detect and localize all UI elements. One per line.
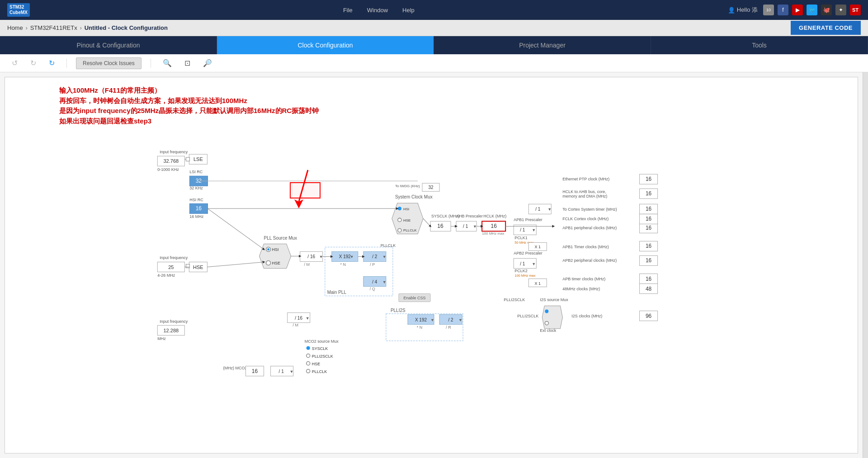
svg-text:Input frequency: Input frequency (160, 255, 188, 260)
svg-text:PLLCLK: PLLCLK (403, 228, 417, 232)
svg-text:▼: ▼ (382, 255, 387, 259)
svg-text:SYSCLK (MHz): SYSCLK (MHz) (431, 214, 460, 218)
svg-text:PCLK1: PCLK1 (514, 236, 528, 240)
svg-text:/ Q: / Q (370, 287, 375, 291)
svg-text:MCO2 source Mux: MCO2 source Mux (305, 339, 339, 344)
toolbar-separator (66, 59, 67, 68)
svg-marker-130 (542, 306, 562, 329)
svg-text:LSI RC: LSI RC (189, 170, 203, 174)
svg-text:X 192: X 192 (415, 317, 427, 322)
svg-text:HSI: HSI (403, 207, 409, 211)
svg-text:To IWDG (KHz): To IWDG (KHz) (395, 184, 420, 188)
svg-text:APB2 peripheral clocks (MHz): APB2 peripheral clocks (MHz) (562, 258, 617, 263)
svg-text:I2S clocks (MHz): I2S clocks (MHz) (571, 314, 602, 318)
svg-text:HCLK to AHB bus, core,: HCLK to AHB bus, core, (562, 189, 606, 194)
svg-text:X 1: X 1 (535, 245, 541, 249)
nav-window[interactable]: Window (367, 7, 388, 14)
svg-text:LSE: LSE (193, 156, 203, 162)
top-nav: File Window Help (48, 7, 710, 14)
icon-facebook[interactable]: f (778, 5, 788, 15)
breadcrumb-current[interactable]: Untitled - Clock Configuration (85, 24, 168, 31)
svg-text:/ R: / R (446, 325, 451, 330)
svg-point-132 (545, 321, 548, 325)
svg-text:* N: * N (340, 262, 346, 267)
svg-text:APB timer clocks (MHz): APB timer clocks (MHz) (562, 277, 605, 281)
fit-button[interactable]: ⊡ (182, 57, 193, 69)
svg-text:16: 16 (646, 190, 652, 197)
svg-text:APB2 Prescaler: APB2 Prescaler (514, 251, 542, 255)
user-icon: 👤 (728, 7, 735, 14)
svg-text:HSE: HSE (193, 264, 203, 270)
svg-text:Main PLL: Main PLL (327, 290, 347, 295)
tab-clock[interactable]: Clock Configuration (217, 36, 434, 54)
icon-10[interactable]: 10 (763, 5, 774, 15)
svg-text:APB1 Prescaler: APB1 Prescaler (514, 217, 542, 222)
svg-text:SYSCLK: SYSCLK (312, 346, 328, 351)
svg-text:/ M: / M (292, 323, 298, 327)
svg-rect-2 (146, 77, 717, 453)
svg-text:APB1 peripheral clocks (MHz): APB1 peripheral clocks (MHz) (562, 226, 617, 230)
svg-text:48: 48 (646, 286, 652, 292)
svg-point-160 (307, 369, 310, 373)
tab-tools[interactable]: Tools (651, 36, 868, 54)
logo-box: STM32 CubeMX (7, 3, 30, 17)
generate-code-button[interactable]: GENERATE CODE (791, 21, 861, 35)
logo[interactable]: STM32 CubeMX (7, 3, 30, 17)
svg-text:/ 4: / 4 (372, 279, 377, 284)
breadcrumb-home[interactable]: Home (7, 24, 23, 31)
scrollbar[interactable] (863, 72, 868, 458)
svg-text:32.768: 32.768 (163, 158, 179, 164)
svg-text:HSE: HSE (312, 362, 321, 366)
svg-text:/ P: / P (370, 262, 375, 267)
svg-text:16: 16 (646, 257, 652, 264)
svg-text:/ 1: / 1 (535, 207, 541, 212)
svg-text:▼: ▼ (306, 316, 310, 321)
svg-text:▼: ▼ (382, 280, 387, 284)
svg-text:100 MHz max: 100 MHz max (482, 231, 504, 236)
clock-diagram-svg: Input frequency 32.768 0-1000 KHz LSE LS… (5, 77, 858, 453)
svg-text:/ M: / M (304, 262, 310, 267)
icon-github[interactable]: 🐙 (821, 5, 832, 15)
svg-text:memory and DMA (MHz): memory and DMA (MHz) (562, 194, 607, 198)
svg-text:(MHz) MCO2: (MHz) MCO2 (223, 366, 247, 370)
svg-text:▼: ▼ (290, 369, 294, 374)
svg-text:▼: ▼ (430, 318, 434, 322)
svg-text:16: 16 (646, 225, 652, 231)
svg-point-154 (307, 346, 310, 350)
svg-point-34 (267, 248, 269, 250)
zoom-in-button[interactable]: 🔍 (160, 57, 175, 69)
main-content: 输入100MHz（F411的常用主频） 再按回车，时钟树会自动生成方案，如果发现… (0, 72, 868, 458)
svg-rect-25 (186, 264, 189, 268)
svg-text:16: 16 (252, 368, 258, 374)
svg-point-36 (266, 260, 271, 265)
zoom-out-button[interactable]: 🔍 (200, 57, 215, 69)
svg-text:PLLI2SCLK: PLLI2SCLK (312, 354, 333, 359)
svg-text:/ 1: / 1 (520, 261, 525, 266)
svg-text:16: 16 (196, 205, 202, 212)
top-bar: STM32 CubeMX File Window Help 👤 Hello 添 … (0, 0, 868, 20)
svg-text:Ethernet PTP clock (MHz): Ethernet PTP clock (MHz) (562, 177, 609, 181)
refresh-button[interactable]: ↻ (46, 57, 57, 69)
icon-twitter[interactable]: 🐦 (807, 5, 817, 15)
svg-text:100 MHz max: 100 MHz max (514, 274, 536, 278)
svg-text:Input frequency: Input frequency (160, 150, 188, 154)
svg-text:/ 2: / 2 (372, 254, 377, 259)
icon-star[interactable]: ✦ (835, 5, 846, 15)
icon-youtube[interactable]: ▶ (792, 5, 803, 15)
tab-project[interactable]: Project Manager (434, 36, 651, 54)
nav-help[interactable]: Help (402, 7, 415, 14)
svg-text:▼: ▼ (547, 207, 552, 212)
nav-file[interactable]: File (343, 7, 353, 14)
breadcrumb-device[interactable]: STM32F411RETx (30, 24, 77, 31)
undo-button[interactable]: ↺ (9, 57, 20, 69)
svg-text:16: 16 (646, 243, 652, 249)
svg-text:25: 25 (168, 264, 174, 270)
svg-text:PLLI2SCLK: PLLI2SCLK (517, 314, 538, 318)
icon-st[interactable]: ST (850, 5, 861, 15)
svg-text:16: 16 (646, 206, 652, 212)
svg-text:0-1000 KHz: 0-1000 KHz (157, 167, 179, 172)
toolbar-separator-2 (151, 59, 151, 68)
tab-pinout[interactable]: Pinout & Configuration (0, 36, 217, 54)
resolve-clock-button[interactable]: Resolve Clock Issues (76, 57, 142, 69)
redo-button[interactable]: ↻ (28, 57, 39, 69)
